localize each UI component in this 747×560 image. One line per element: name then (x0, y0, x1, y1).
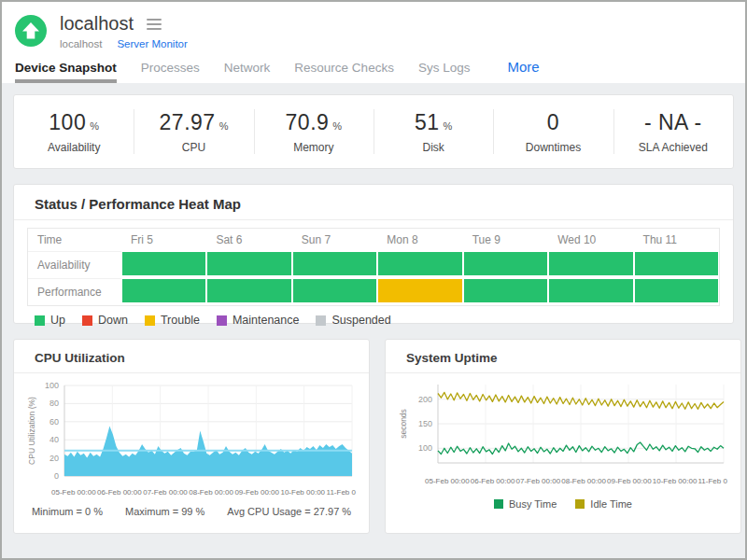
svg-text:100: 100 (45, 381, 59, 390)
tab-processes[interactable]: Processes (141, 61, 200, 83)
hamburger-menu-icon[interactable] (145, 17, 163, 32)
stat-memory: 70.9% Memory (254, 95, 374, 168)
tab-network[interactable]: Network (224, 61, 271, 83)
stat-sla-achieved: - NA - SLA Achieved (613, 95, 733, 168)
heatmap-header-day: Sun 7 (292, 229, 377, 251)
stat-value: 100 (49, 110, 86, 135)
cpu-chart-title: CPU Utilization (14, 349, 369, 373)
x-axis-tick-label: 08-Feb 00:00 (561, 477, 606, 485)
stat-disk: 51% Disk (374, 95, 493, 168)
cpu-chart-stats: Minimum = 0 % Maximum = 99 % Avg CPU Usa… (27, 506, 356, 517)
stat-downtimes: 0 Downtimes (493, 95, 613, 168)
heatmap-cell-up (549, 252, 632, 275)
svg-text:60: 60 (49, 417, 59, 427)
heatmap-table: Time Fri 5 Sat 6 Sun 7 Mon 8 Tue 9 Wed 1… (27, 228, 720, 306)
heatmap-cell-up (122, 279, 205, 302)
tab-resource-checks[interactable]: Resource Checks (294, 61, 394, 83)
heatmap-cell-up (207, 252, 290, 275)
stat-value: 0 (547, 110, 559, 135)
system-uptime-panel: System Uptime 100150200seconds 05-Feb 00… (385, 339, 741, 534)
heatmap-legend-item: Trouble (145, 314, 200, 327)
legend-swatch-icon (494, 499, 503, 509)
x-axis-tick-label: 08-Feb 00:00 (189, 488, 233, 497)
stat-label: Availability (48, 141, 100, 154)
heatmap-legend-item: Maintenance (217, 314, 300, 327)
x-axis-tick-label: 06-Feb 00:00 (471, 477, 515, 485)
svg-text:100: 100 (418, 443, 432, 453)
svg-text:80: 80 (49, 399, 59, 408)
cpu-chart-x-labels: 05-Feb 00:0006-Feb 00:0007-Feb 00:0008-F… (51, 488, 356, 497)
heatmap-legend: UpDownTroubleMaintenanceSuspended (27, 314, 720, 327)
heatmap-header-day: Wed 10 (548, 229, 633, 251)
header: localhost localhost Server Monitor Devic… (2, 2, 745, 83)
heatmap-legend-item: Suspended (316, 314, 390, 327)
heatmap-row-performance: Performance (28, 278, 719, 305)
heatmap-cell-trouble (378, 279, 461, 302)
heatmap-cell-up (549, 279, 632, 302)
legend-label: Busy Time (509, 498, 557, 510)
heatmap-cell-up (464, 252, 547, 275)
tab-device-snapshot[interactable]: Device Snapshot (15, 61, 117, 83)
tab-more[interactable]: More (507, 59, 539, 83)
heatmap-cell-up (122, 252, 205, 275)
legend-swatch-icon (82, 315, 92, 326)
heatmap-header-day: Thu 11 (634, 229, 719, 251)
heatmap-legend-item: Up (35, 314, 65, 327)
stat-value: - NA - (644, 110, 702, 135)
system-uptime-chart: 100150200seconds (399, 379, 727, 476)
svg-text:CPU Utilization (%): CPU Utilization (%) (27, 397, 36, 465)
stat-availability: 100% Availability (14, 95, 134, 168)
heatmap-legend-item: Down (82, 314, 128, 327)
legend-label: Up (50, 314, 65, 327)
heatmap-cell-up (293, 279, 376, 302)
heatmap-title: Status / Performance Heat Map (14, 194, 733, 220)
legend-swatch-icon (575, 499, 585, 509)
svg-text:0: 0 (54, 471, 59, 481)
heatmap-row-label: Availability (28, 251, 121, 278)
svg-text:200: 200 (418, 395, 432, 404)
stat-label: Memory (293, 141, 333, 154)
breadcrumb-category-link[interactable]: Server Monitor (117, 38, 187, 49)
stat-value: 51 (415, 110, 440, 135)
x-axis-tick-label: 07-Feb 00:00 (143, 488, 188, 497)
heatmap-header-day: Sat 6 (206, 229, 291, 251)
stat-value: 70.9 (286, 110, 330, 135)
svg-text:20: 20 (49, 454, 59, 463)
heatmap-panel: Status / Performance Heat Map Time Fri 5… (13, 184, 734, 324)
x-axis-tick-label: 09-Feb 00:00 (234, 488, 279, 497)
heatmap-header-day: Tue 9 (463, 229, 548, 251)
legend-label: Suspended (331, 314, 390, 327)
cpu-min-stat: Minimum = 0 % (32, 506, 103, 517)
stat-unit: % (332, 120, 342, 132)
stat-value: 27.97 (160, 110, 216, 135)
cpu-utilization-chart: 020406080100CPU Utilization (%) (27, 379, 356, 487)
uptime-chart-x-labels: 05-Feb 00:0006-Feb 00:0007-Feb 00:0008-F… (425, 477, 727, 485)
x-axis-tick-label: 11-Feb 0 (698, 477, 727, 485)
tab-sys-logs[interactable]: Sys Logs (418, 61, 471, 83)
x-axis-tick-label: 07-Feb 00:00 (516, 477, 561, 485)
heatmap-cell-up (464, 279, 547, 302)
cpu-avg-stat: Avg CPU Usage = 27.97 % (227, 506, 351, 517)
legend-swatch-icon (145, 315, 155, 326)
chart-legend-item: Idle Time (575, 498, 632, 510)
legend-swatch-icon (217, 315, 227, 326)
cpu-utilization-panel: CPU Utilization 020406080100CPU Utilizat… (13, 339, 370, 534)
x-axis-tick-label: 10-Feb 00:00 (280, 488, 325, 497)
uptime-chart-legend: Busy TimeIdle Time (399, 498, 727, 510)
heatmap-row-availability: Availability (28, 251, 719, 278)
app-window: localhost localhost Server Monitor Devic… (0, 0, 747, 560)
summary-stats-strip: 100% Availability 27.97% CPU 70.9% Memor… (13, 94, 734, 169)
stat-unit: % (219, 120, 229, 132)
stat-label: Downtimes (526, 141, 581, 154)
legend-label: Down (98, 314, 128, 327)
device-status-up-icon (15, 15, 47, 47)
heatmap-cell-up (293, 252, 376, 275)
chart-legend-item: Busy Time (494, 498, 557, 510)
legend-label: Trouble (161, 314, 200, 327)
svg-text:seconds: seconds (399, 409, 408, 439)
svg-text:40: 40 (49, 435, 59, 444)
tab-bar: Device Snapshot Processes Network Resour… (15, 59, 732, 83)
stat-unit: % (90, 120, 99, 132)
stat-label: CPU (182, 141, 205, 154)
heatmap-header-row: Time Fri 5 Sat 6 Sun 7 Mon 8 Tue 9 Wed 1… (28, 229, 719, 251)
